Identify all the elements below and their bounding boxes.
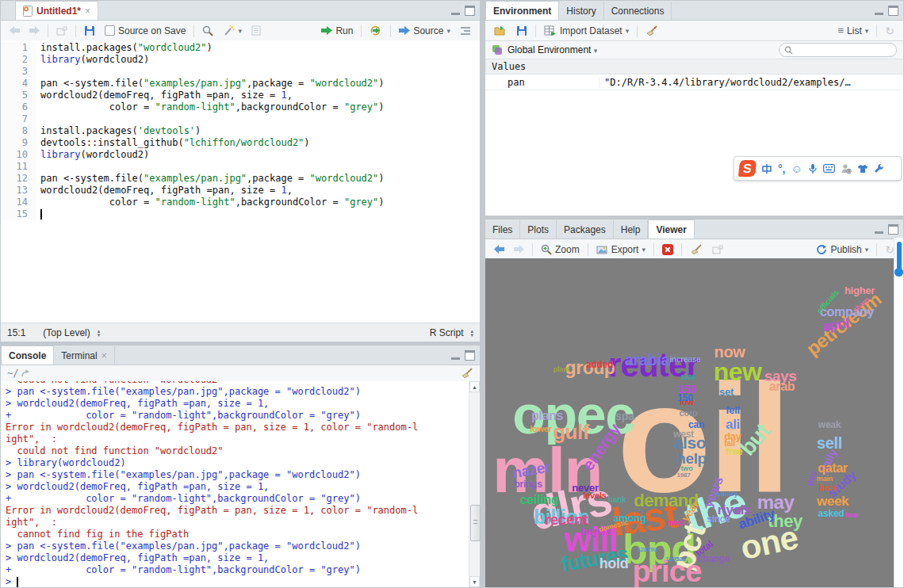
- refresh-icon[interactable]: ↻: [881, 23, 898, 39]
- wordcloud-word: april: [822, 316, 850, 334]
- wordcloud-word: back: [819, 484, 837, 492]
- minimize-icon[interactable]: [875, 231, 883, 234]
- console-line: + color = "random-light",backgroundColor…: [6, 564, 469, 576]
- minimize-icon[interactable]: [451, 357, 460, 360]
- tab-terminal[interactable]: Terminal×: [54, 346, 114, 365]
- wordcloud-word: 1987: [676, 472, 690, 479]
- maximize-icon[interactable]: [888, 6, 898, 16]
- console-line: > pan <-system.file("examples/pan.jpg",p…: [6, 540, 469, 552]
- list-view-selector[interactable]: ≡List▾: [833, 23, 872, 38]
- export-button[interactable]: Export▾: [592, 242, 649, 257]
- microphone-icon[interactable]: [808, 163, 818, 174]
- zoom-button[interactable]: Zoom: [537, 242, 584, 257]
- clear-console-broom-icon[interactable]: [461, 368, 473, 379]
- skin-icon[interactable]: [857, 164, 868, 174]
- back-icon[interactable]: [490, 243, 508, 255]
- tab-plots[interactable]: Plots: [520, 220, 557, 239]
- save-workspace-icon[interactable]: [512, 24, 531, 38]
- viewer-scrollbar[interactable]: [894, 238, 903, 587]
- source-on-save-toggle[interactable]: Source on Save: [101, 24, 190, 38]
- editor-line: 11: [1, 161, 480, 173]
- stop-icon[interactable]: [658, 242, 677, 257]
- document-outline-icon[interactable]: [456, 25, 475, 37]
- load-workspace-icon[interactable]: [490, 24, 511, 37]
- settings-wrench-icon[interactable]: [874, 163, 884, 174]
- dataset-grid-icon: [544, 25, 557, 36]
- rerun-icon[interactable]: [366, 24, 386, 37]
- popout-icon[interactable]: [52, 25, 71, 37]
- import-dataset-button[interactable]: Import Dataset▾: [540, 24, 633, 38]
- source-statusbar: 15:1 (Top Level) ▴▾ R Script ▴▾: [1, 323, 480, 342]
- tab-untitled1[interactable]: Untitled1* ×: [15, 1, 98, 20]
- tab-packages[interactable]: Packages: [557, 220, 614, 239]
- wordcloud-word: meet: [667, 519, 685, 527]
- chinese-mode-icon[interactable]: [761, 163, 772, 174]
- run-button[interactable]: Run: [317, 24, 357, 38]
- variable-value: "D:/R/R-3.4.4/library/wordcloud2/example…: [599, 77, 903, 88]
- console-output[interactable]: could not find function "wordcloud2"> pa…: [1, 381, 469, 587]
- wordcloud-canvas[interactable]: oilopecmlndlrsreuterthelastbpdwillnewone…: [485, 258, 894, 587]
- tab-environment[interactable]: Environment: [485, 1, 559, 20]
- source-tabbar: Untitled1* ×: [1, 1, 480, 21]
- tab-connections[interactable]: Connections: [604, 2, 672, 20]
- close-icon[interactable]: ×: [102, 350, 107, 361]
- tab-files[interactable]: Files: [485, 220, 520, 239]
- close-icon[interactable]: ×: [85, 6, 90, 17]
- find-icon[interactable]: [198, 24, 217, 38]
- minimize-icon[interactable]: [451, 13, 460, 15]
- tab-console[interactable]: Console: [1, 346, 54, 365]
- clear-environment-broom-icon[interactable]: [642, 24, 662, 38]
- clear-viewer-broom-icon[interactable]: [686, 242, 707, 257]
- tab-history[interactable]: History: [559, 2, 603, 20]
- checkbox-icon[interactable]: [105, 25, 115, 36]
- maximize-icon[interactable]: [888, 224, 898, 235]
- editor-line: 1install.packages("wordcloud2"): [1, 42, 480, 54]
- wordcloud-word: main: [817, 475, 833, 483]
- viewer-scroll-thumb[interactable]: [897, 242, 902, 270]
- scope-selector[interactable]: (Top Level): [43, 327, 90, 338]
- code-tools-icon[interactable]: ▾: [219, 24, 246, 38]
- scroll-down-icon[interactable]: ▼: [469, 576, 480, 587]
- wordcloud-word: 150: [677, 393, 692, 403]
- maximize-icon[interactable]: [465, 6, 475, 16]
- forward-icon[interactable]: [25, 25, 44, 36]
- viewer-pane: Files Plots Packages Help Viewer Zoom Ex…: [485, 219, 904, 588]
- emoji-icon[interactable]: ☺: [791, 162, 802, 175]
- profile-icon[interactable]: 17: [841, 163, 852, 174]
- save-icon[interactable]: [80, 24, 99, 38]
- editor-line: 5wordcloud2(demoFreq, figPath =pan, size…: [1, 90, 480, 101]
- source-button[interactable]: Source▾: [395, 24, 454, 38]
- scrollbar-thumb[interactable]: [470, 505, 481, 541]
- wordcloud-word: arab: [769, 380, 795, 393]
- editor-line: 9devtools::install_github("lchiffon/word…: [1, 137, 480, 149]
- console-line: + color = "random-light",backgroundColor…: [6, 410, 469, 422]
- sogou-logo[interactable]: S: [738, 160, 757, 177]
- compile-report-icon[interactable]: [247, 24, 265, 37]
- keyboard-icon[interactable]: [823, 164, 835, 173]
- editor-code[interactable]: 1install.packages("wordcloud2")2library(…: [1, 40, 480, 323]
- back-icon[interactable]: [6, 25, 24, 36]
- publish-button[interactable]: Publish▾: [812, 242, 872, 257]
- variable-row[interactable]: pan "D:/R/R-3.4.4/library/wordcloud2/exa…: [485, 74, 903, 90]
- wordcloud-word: 129588: [665, 556, 686, 563]
- forward-icon[interactable]: [510, 243, 528, 255]
- console-scrollbar[interactable]: ▲ ▼: [469, 381, 480, 587]
- wordcloud-word: levels: [583, 491, 606, 500]
- tab-help[interactable]: Help: [614, 220, 649, 239]
- minimize-icon[interactable]: [875, 13, 883, 15]
- popout-icon[interactable]: [708, 243, 727, 256]
- wordcloud-word: plant: [554, 366, 570, 373]
- goto-directory-icon[interactable]: [21, 369, 31, 377]
- scroll-up-icon[interactable]: ▲: [469, 381, 480, 392]
- console-line: could not find function "wordcloud2": [6, 445, 469, 457]
- tab-viewer[interactable]: Viewer: [648, 220, 694, 239]
- environment-selector[interactable]: Global Environment ▾: [508, 44, 597, 55]
- file-type-selector[interactable]: R Script: [430, 327, 464, 338]
- environment-search-input[interactable]: [779, 43, 897, 57]
- wordcloud-word: four: [845, 512, 859, 519]
- wordcloud-word: 128793: [637, 547, 657, 553]
- maximize-icon[interactable]: [465, 350, 475, 361]
- punctuation-icon[interactable]: °,: [778, 162, 786, 175]
- wordcloud-word: hold: [599, 556, 629, 571]
- console-line: Error in wordcloud2(demoFreq, figPath = …: [6, 505, 469, 517]
